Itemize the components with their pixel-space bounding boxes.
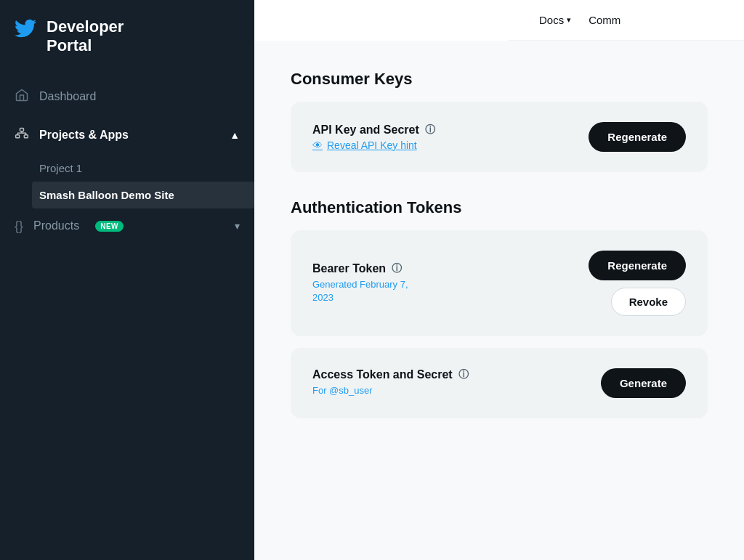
home-icon xyxy=(15,88,29,106)
sidebar-item-products[interactable]: {} Products NEW ▾ xyxy=(0,208,254,244)
bearer-token-label: Bearer Token ⓘ xyxy=(312,262,408,275)
docs-chevron-icon: ▾ xyxy=(567,15,571,25)
bearer-regenerate-button[interactable]: Regenerate xyxy=(589,251,686,280)
products-label: Products xyxy=(33,219,79,232)
sidebar-title: Developer Portal xyxy=(46,17,124,56)
projects-icon xyxy=(15,126,29,145)
revoke-button[interactable]: Revoke xyxy=(611,288,686,316)
api-key-card: API Key and Secret ⓘ 👁 Reveal API Key hi… xyxy=(291,102,708,172)
consumer-keys-section: Consumer Keys API Key and Secret ⓘ 👁 Rev… xyxy=(291,70,708,172)
bearer-token-card: Bearer Token ⓘ Generated February 7, 202… xyxy=(291,230,708,336)
sidebar-item-dashboard[interactable]: Dashboard xyxy=(0,78,254,116)
access-token-sub: For @sb_user xyxy=(312,384,469,397)
sidebar-header: Developer Portal xyxy=(0,0,254,70)
api-key-regenerate-button[interactable]: Regenerate xyxy=(589,122,686,152)
bearer-token-info: Bearer Token ⓘ Generated February 7, 202… xyxy=(312,262,408,304)
consumer-keys-title: Consumer Keys xyxy=(291,70,708,89)
products-new-badge: NEW xyxy=(95,221,124,232)
products-chevron: ▾ xyxy=(235,220,240,232)
access-token-card: Access Token and Secret ⓘ For @sb_user G… xyxy=(291,348,708,418)
api-key-info-icon: ⓘ xyxy=(425,123,435,137)
api-key-info: API Key and Secret ⓘ 👁 Reveal API Key hi… xyxy=(312,123,435,151)
eye-icon: 👁 xyxy=(312,139,323,151)
dashboard-label: Dashboard xyxy=(39,90,96,103)
svg-rect-1 xyxy=(16,134,20,137)
bearer-generated-text: Generated February 7, 2023 xyxy=(312,278,408,304)
reveal-api-key-hint[interactable]: 👁 Reveal API Key hint xyxy=(312,139,435,151)
sidebar-item-project1[interactable]: Project 1 xyxy=(39,155,254,182)
svg-rect-0 xyxy=(20,128,24,131)
bearer-token-buttons: Regenerate Revoke xyxy=(589,251,686,316)
sidebar-item-projects-apps[interactable]: Projects & Apps ▲ xyxy=(0,116,254,155)
community-link[interactable]: Comm xyxy=(580,14,629,26)
topbar: Docs ▾ Comm xyxy=(509,0,744,41)
sidebar-nav: Dashboard Projects & Apps ▲ Project 1 xyxy=(0,70,254,560)
main-content: Consumer Keys API Key and Secret ⓘ 👁 Rev… xyxy=(254,41,744,560)
auth-tokens-title: Authentication Tokens xyxy=(291,198,708,217)
projects-apps-chevron: ▲ xyxy=(230,129,240,141)
access-token-info: Access Token and Secret ⓘ For @sb_user xyxy=(312,368,469,397)
twitter-bird-icon xyxy=(15,19,36,43)
auth-tokens-section: Authentication Tokens Bearer Token ⓘ Gen… xyxy=(291,198,708,418)
access-token-info-icon: ⓘ xyxy=(458,368,469,381)
main-area: Docs ▾ Comm Consumer Keys API Key and Se… xyxy=(254,0,744,560)
sidebar: Developer Portal Dashboard xyxy=(0,0,254,560)
bearer-token-info-icon: ⓘ xyxy=(392,262,402,275)
access-token-label: Access Token and Secret ⓘ xyxy=(312,368,469,381)
products-icon: {} xyxy=(15,219,23,234)
projects-apps-label: Projects & Apps xyxy=(39,129,129,142)
docs-label: Docs xyxy=(539,14,564,26)
projects-sub-nav: Project 1 Smash Balloon Demo Site xyxy=(0,155,254,208)
svg-rect-2 xyxy=(24,134,28,137)
generate-button[interactable]: Generate xyxy=(601,368,686,398)
community-label: Comm xyxy=(589,14,620,26)
sidebar-item-smash-balloon[interactable]: Smash Balloon Demo Site xyxy=(32,182,254,208)
docs-link[interactable]: Docs ▾ xyxy=(530,14,580,26)
api-key-label: API Key and Secret ⓘ xyxy=(312,123,435,137)
